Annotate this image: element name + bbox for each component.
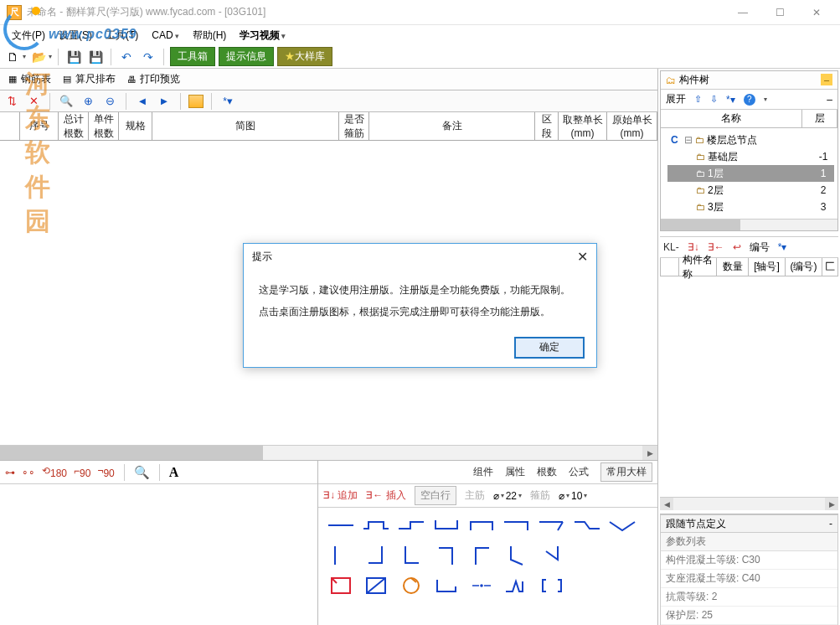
tab-layout[interactable]: ▤算尺排布 (58, 70, 119, 89)
wildcard-icon[interactable]: *▾ (219, 93, 236, 110)
param-seismic[interactable]: 抗震等级: 2 (661, 588, 837, 607)
kl-append-icon[interactable]: ∃↓ (688, 241, 699, 253)
shape-rect-red[interactable] (323, 573, 358, 598)
node-icon-2[interactable]: ∘∘ (22, 467, 35, 478)
horizontal-scrollbar[interactable]: ▶ (0, 445, 657, 460)
shape-l-down[interactable] (499, 513, 534, 538)
insert-button[interactable]: ∃← 插入 (366, 488, 405, 503)
delete-icon[interactable]: ✕ (25, 93, 42, 110)
preview-canvas[interactable] (0, 484, 317, 625)
shape-bar-v[interactable] (323, 543, 358, 568)
tab-print-preview[interactable]: 🖶打印预览 (122, 70, 183, 89)
close-button[interactable]: ✕ (800, 3, 833, 23)
tree-item-floor1[interactable]: 🗀1层1 (667, 165, 834, 182)
move-up-icon[interactable]: ⇧ (694, 94, 702, 105)
calendar-icon[interactable] (188, 95, 204, 108)
shape-hook-s[interactable] (358, 513, 394, 538)
open-file-icon[interactable]: 📂 (29, 48, 48, 66)
tab-rebar-table[interactable]: ▦钢筋表 (3, 70, 54, 89)
mainbar-diameter[interactable]: ⌀▾ 22 ▾ (493, 490, 522, 502)
tab-component[interactable]: 组件 (473, 465, 493, 479)
magnify-icon[interactable]: 🔍 (134, 465, 150, 480)
shape-l1[interactable] (358, 543, 394, 568)
shape-l-up[interactable] (534, 513, 569, 538)
angle-180[interactable]: ⟲180 (42, 465, 67, 479)
minimize-button[interactable]: — (726, 3, 760, 23)
tree-item-floor3[interactable]: 🗀3层3 (667, 199, 834, 215)
zoom-icon[interactable]: 🔍 (58, 93, 75, 110)
tree-item-floor2[interactable]: 🗀2层2 (667, 182, 834, 199)
new-file-icon[interactable]: 🗋 (3, 48, 22, 66)
undo-icon[interactable]: ↶ (117, 48, 136, 66)
dialog-ok-button[interactable]: 确定 (514, 337, 585, 359)
text-icon[interactable]: A (169, 465, 179, 480)
shape-l2[interactable] (394, 543, 429, 568)
shape-bracket[interactable] (534, 573, 569, 598)
zoom-out-icon[interactable]: ⊖ (101, 93, 118, 110)
kl-insert-icon[interactable]: ∃← (708, 241, 724, 253)
save-as-icon[interactable]: 💾 (86, 48, 105, 66)
param-concrete-support[interactable]: 支座混凝土等级: C40 (661, 570, 837, 588)
kl-scrollbar[interactable]: ◀▶ (660, 497, 838, 510)
menu-video[interactable]: 学习视频▾ (233, 26, 292, 45)
shape-n[interactable] (464, 513, 499, 538)
next-icon[interactable]: ► (156, 93, 173, 110)
star-dropdown[interactable]: *▾ (726, 94, 735, 106)
shape-circle[interactable] (394, 573, 429, 598)
shape-zig[interactable] (499, 573, 534, 598)
toolbox-button[interactable]: 工具箱 (170, 47, 215, 66)
shape-open-u[interactable] (429, 573, 464, 598)
tree-root[interactable]: C⊟ 🗀 楼层总节点 (667, 132, 834, 148)
param-concrete-member[interactable]: 构件混凝土等级: C30 (661, 551, 837, 570)
zoom-in-icon[interactable]: ⊕ (80, 93, 96, 110)
hint-info-button[interactable]: 提示信息 (219, 47, 274, 66)
kl-back-icon[interactable]: ↩ (733, 241, 741, 253)
th-section: 区 段 (535, 112, 559, 140)
tab-attribute[interactable]: 属性 (505, 465, 525, 479)
append-button[interactable]: ∃↓ 追加 (323, 488, 358, 503)
save-icon[interactable]: 💾 (64, 48, 83, 66)
menu-help[interactable]: 帮助(H) (186, 26, 234, 45)
menu-cad[interactable]: CAD▾ (145, 27, 185, 44)
blank-row-button[interactable]: 空白行 (415, 486, 456, 505)
shape-step[interactable] (394, 513, 429, 538)
angle-90b[interactable]: ¬90 (97, 465, 114, 479)
panel-minimize[interactable]: – (821, 74, 832, 85)
shape-line[interactable] (323, 513, 358, 538)
expand-button[interactable]: 展开 (666, 92, 686, 106)
shape-v[interactable] (605, 513, 640, 538)
kl-star-dropdown[interactable]: *▾ (778, 241, 787, 253)
shape-z[interactable] (569, 513, 605, 538)
kl-body[interactable] (660, 276, 838, 497)
sample-lib-button[interactable]: ★大样库 (277, 47, 332, 66)
angle-90a[interactable]: ⌐90 (74, 465, 90, 479)
sort-icon[interactable]: ⇅ (3, 93, 20, 110)
shape-rect-diag[interactable] (358, 573, 394, 598)
menu-file[interactable]: 文件(P) (5, 26, 52, 45)
maximize-button[interactable]: ☐ (763, 3, 796, 23)
menu-tools[interactable]: 工具(T) (99, 26, 145, 45)
view-tools: ⇅ ✕ 🔍 ⊕ ⊖ ◄ ► *▾ (0, 90, 657, 112)
shape-dash[interactable] (464, 573, 499, 598)
tab-count[interactable]: 根数 (537, 465, 557, 479)
shape-l4[interactable] (464, 543, 499, 568)
shape-u[interactable] (429, 513, 464, 538)
tab-formula[interactable]: 公式 (569, 465, 589, 479)
prev-icon[interactable]: ◄ (134, 93, 151, 110)
tab-preset[interactable]: 常用大样 (600, 462, 652, 482)
move-down-icon[interactable]: ⇩ (710, 94, 718, 105)
help-icon[interactable]: ? (744, 94, 755, 106)
stirrup-diameter[interactable]: ⌀▾ 10 ▾ (559, 490, 587, 502)
shape-l3[interactable] (429, 543, 464, 568)
menu-settings[interactable]: 设置(S) (52, 26, 99, 45)
shape-diag1[interactable] (499, 543, 534, 568)
tree-scrollbar[interactable] (661, 219, 837, 230)
node-icon[interactable]: ⊶ (5, 467, 15, 478)
shape-diag2[interactable] (534, 543, 569, 568)
tree[interactable]: C⊟ 🗀 楼层总节点 🗀基础层-1 🗀1层1 🗀2层2 🗀3层3 (661, 128, 837, 219)
dialog-close-icon[interactable]: ✕ (577, 249, 588, 265)
follow-collapse[interactable]: - (829, 518, 832, 529)
redo-icon[interactable]: ↷ (139, 48, 157, 66)
tree-item-basement[interactable]: 🗀基础层-1 (667, 148, 834, 165)
param-cover[interactable]: 保护层: 25 (661, 607, 837, 625)
